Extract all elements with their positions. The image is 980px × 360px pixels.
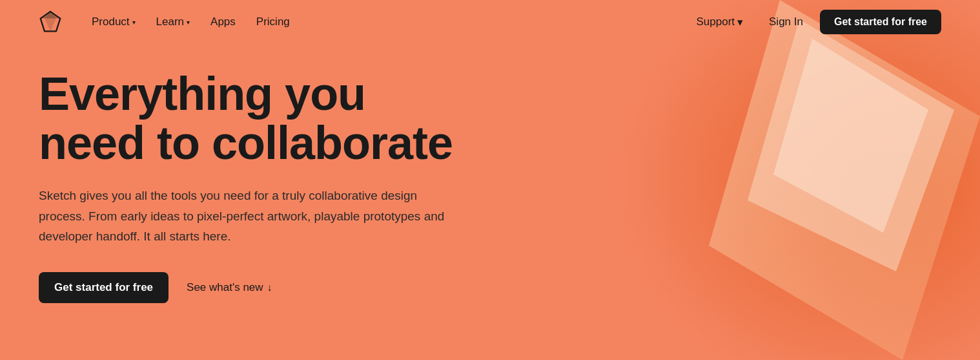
hero-subtitle: Sketch gives you all the tools you need …	[39, 185, 452, 246]
support-chevron-icon: ▾	[737, 16, 743, 29]
sketch-logo-icon	[39, 10, 62, 34]
hero-title: Everything you need to collaborate	[39, 70, 478, 167]
learn-chevron-icon: ▾	[187, 19, 190, 26]
svg-line-7	[41, 19, 45, 32]
geo-decoration	[580, 0, 980, 360]
nav-item-pricing[interactable]: Pricing	[247, 10, 299, 34]
hero-actions: Get started for free See what's new ↓	[39, 272, 478, 303]
page-wrapper: Product ▾ Learn ▾ Apps Pricing Support ▾…	[0, 0, 980, 360]
nav-item-support[interactable]: Support ▾	[687, 10, 752, 34]
nav-item-apps[interactable]: Apps	[201, 10, 245, 34]
logo[interactable]	[39, 10, 62, 34]
nav-cta-button[interactable]: Get started for free	[820, 10, 941, 34]
nav-item-learn[interactable]: Learn ▾	[147, 10, 199, 34]
hero-cta-button[interactable]: Get started for free	[39, 272, 168, 303]
navbar: Product ▾ Learn ▾ Apps Pricing Support ▾…	[0, 0, 980, 44]
nav-left: Product ▾ Learn ▾ Apps Pricing	[83, 10, 687, 34]
svg-marker-6	[41, 12, 61, 19]
nav-item-product[interactable]: Product ▾	[83, 10, 145, 34]
product-chevron-icon: ▾	[132, 19, 136, 26]
nav-right: Support ▾ Sign In Get started for free	[687, 10, 941, 34]
arrow-down-icon: ↓	[267, 282, 272, 293]
svg-line-8	[56, 19, 60, 32]
sign-in-button[interactable]: Sign In	[757, 10, 815, 34]
see-whats-new-link[interactable]: See what's new ↓	[187, 281, 272, 294]
hero-section: Everything you need to collaborate Sketc…	[0, 44, 516, 303]
